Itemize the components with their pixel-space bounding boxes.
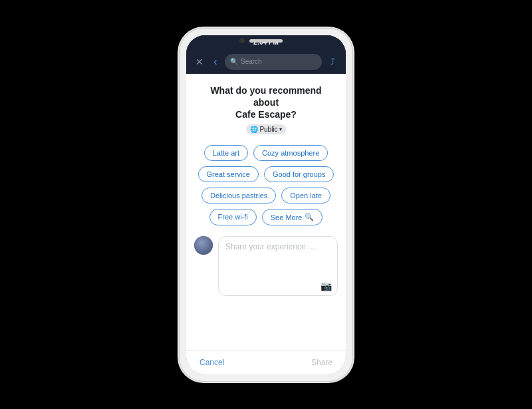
chevron-down-icon: ▾: [279, 126, 282, 132]
search-icon-small: 🔍: [305, 213, 314, 221]
modal-title-line2: Cafe Escape?: [235, 109, 297, 120]
modal-header: What do you recommend about Cafe Escape?…: [186, 74, 346, 142]
tag-delicious-pastries[interactable]: Delicious pastries: [201, 188, 276, 204]
textarea-placeholder: Share your experience ...: [225, 242, 331, 251]
experience-textarea[interactable]: Share your experience ... 📷: [218, 236, 338, 296]
close-icon[interactable]: ✕: [193, 55, 206, 68]
search-icon: 🔍: [230, 58, 238, 65]
share-icon[interactable]: ⤴: [326, 55, 339, 68]
textarea-section: Share your experience ... 📷: [186, 229, 346, 350]
avatar-image: [194, 236, 213, 255]
search-placeholder: Search: [241, 58, 262, 65]
phone-screen: 2:04 PM ✕ ‹ 🔍 Search ⤴ What do you recom…: [186, 35, 346, 374]
tags-row-3: Delicious pastries Open late: [197, 188, 335, 204]
tags-row-1: Latte art Cozy atmosphere: [197, 145, 335, 161]
tag-great-service[interactable]: Great service: [198, 166, 259, 182]
tags-row-2: Great service Good for groups: [197, 166, 335, 182]
modal-content: What do you recommend about Cafe Escape?…: [186, 74, 346, 374]
tag-latte-art[interactable]: Latte art: [204, 145, 248, 161]
tag-open-late[interactable]: Open late: [281, 188, 331, 204]
modal-title-line1: What do you recommend about: [210, 85, 321, 108]
phone-device: 2:04 PM ✕ ‹ 🔍 Search ⤴ What do you recom…: [180, 29, 352, 381]
tags-row-4: Free wi-fi See More 🔍: [197, 209, 335, 225]
phone-speaker: [249, 39, 283, 43]
phone-camera: [239, 38, 245, 43]
tag-see-more[interactable]: See More 🔍: [262, 209, 323, 225]
modal-privacy: 🌐 Public ▾: [200, 124, 332, 134]
share-button[interactable]: Share: [311, 358, 332, 367]
search-bar[interactable]: 🔍 Search: [225, 54, 322, 70]
back-icon[interactable]: ‹: [210, 57, 221, 67]
tag-free-wifi[interactable]: Free wi-fi: [209, 209, 257, 225]
avatar: [194, 236, 213, 255]
camera-icon[interactable]: 📷: [321, 281, 332, 291]
tag-good-for-groups[interactable]: Good for groups: [264, 166, 334, 182]
modal-title: What do you recommend about Cafe Escape?: [200, 84, 332, 121]
bottom-bar: Cancel Share: [186, 350, 346, 374]
tags-section: Latte art Cozy atmosphere Great service …: [186, 141, 346, 229]
privacy-label: Public: [259, 126, 277, 133]
privacy-badge[interactable]: 🌐 Public ▾: [246, 124, 285, 134]
tag-cozy-atmosphere[interactable]: Cozy atmosphere: [253, 145, 328, 161]
status-bar: 2:04 PM: [186, 35, 346, 50]
globe-icon: 🌐: [250, 126, 258, 133]
cancel-button[interactable]: Cancel: [200, 358, 224, 367]
nav-bar: ✕ ‹ 🔍 Search ⤴: [186, 50, 346, 74]
